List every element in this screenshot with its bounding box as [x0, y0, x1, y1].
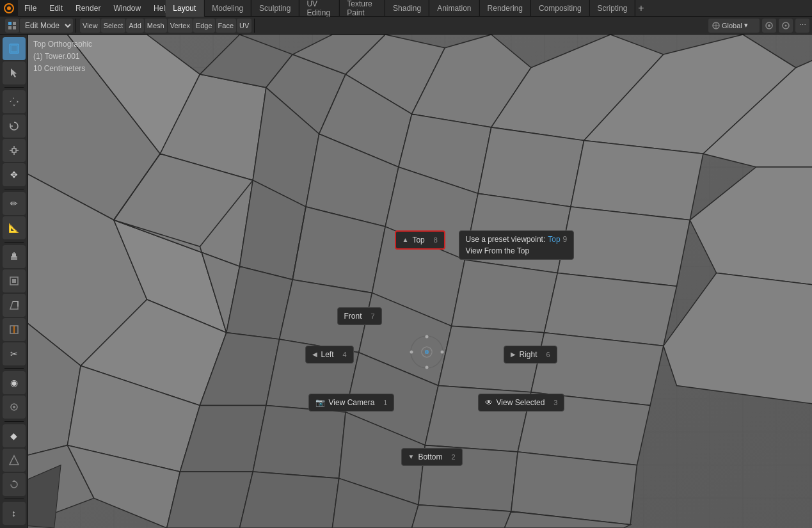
- tab-sculpting[interactable]: Sculpting: [251, 0, 299, 17]
- tool-scale[interactable]: [3, 139, 26, 162]
- tab-layout[interactable]: Layout: [165, 0, 204, 17]
- svg-rect-14: [11, 45, 17, 52]
- svg-rect-24: [12, 279, 16, 283]
- face-button[interactable]: Face: [216, 19, 236, 33]
- svg-rect-5: [13, 26, 16, 29]
- menu-window[interactable]: Window: [107, 0, 147, 17]
- svg-point-12: [785, 24, 787, 26]
- svg-rect-15: [12, 148, 16, 152]
- tab-uv-editing[interactable]: UV Editing: [299, 0, 339, 17]
- pie-item-right[interactable]: ▶ Right 6: [504, 346, 557, 364]
- tool-measure[interactable]: 📐: [3, 216, 26, 239]
- tab-shading[interactable]: Shading: [385, 0, 429, 17]
- tooltip-top-link[interactable]: Top: [548, 235, 560, 244]
- toolbar-separator-5: [4, 421, 24, 422]
- tooltip-view-from-top: View From the Top: [466, 246, 568, 255]
- header-nav-group: View Select Add Mesh Vertex Edge Face UV: [77, 19, 255, 33]
- main-area: ✥ ✏ 📐: [0, 35, 812, 528]
- tool-annotate[interactable]: ✏: [3, 192, 26, 215]
- app-logo: [0, 0, 18, 17]
- tool-select[interactable]: [3, 37, 26, 60]
- tool-spin[interactable]: [3, 473, 26, 496]
- pie-item-top[interactable]: ▲ Top 8: [395, 230, 445, 250]
- top-menu-bar: File Edit Render Window Help Layout Mode…: [0, 0, 812, 17]
- tab-rendering[interactable]: Rendering: [480, 0, 531, 17]
- tab-animation[interactable]: Animation: [429, 0, 479, 17]
- svg-point-133: [425, 335, 428, 338]
- workspace-tabs: Layout Modeling Sculpting UV Editing Tex…: [165, 0, 646, 17]
- tool-move[interactable]: [3, 90, 26, 113]
- svg-marker-89: [167, 472, 253, 528]
- tool-inset[interactable]: [3, 269, 26, 292]
- toolbar-separator-1: [4, 87, 24, 88]
- tab-texture-paint[interactable]: Texture Paint: [339, 0, 385, 17]
- menu-render[interactable]: Render: [69, 0, 107, 17]
- svg-rect-21: [12, 253, 16, 257]
- header-right: Global ▾ ⋯: [708, 19, 809, 33]
- menu-edit[interactable]: Edit: [43, 0, 69, 17]
- toolbar-separator-6: [4, 499, 24, 499]
- mode-group: Edit Mode: [3, 19, 76, 33]
- pie-item-view-camera[interactable]: 📷 View Camera 1: [308, 394, 395, 412]
- svg-point-134: [425, 365, 428, 369]
- menu-file[interactable]: File: [18, 0, 43, 17]
- svg-rect-4: [8, 26, 12, 29]
- pie-tooltip: Use a preset viewpoint: Top 9 View From …: [459, 230, 575, 260]
- svg-marker-108: [478, 127, 584, 207]
- tab-compositing[interactable]: Compositing: [531, 0, 590, 17]
- toolbar-separator-4: [4, 368, 24, 369]
- uv-button[interactable]: UV: [237, 19, 251, 33]
- pie-item-view-selected[interactable]: 👁 View Selected 3: [478, 394, 565, 412]
- svg-point-135: [410, 350, 413, 353]
- tool-smooth[interactable]: ◉: [3, 371, 26, 394]
- viewport[interactable]: Top Orthographic (1) Tower.001 10 Centim…: [28, 35, 812, 528]
- tooltip-preset-line: Use a preset viewpoint: Top 9: [466, 235, 568, 244]
- mesh-button[interactable]: Mesh: [145, 19, 167, 33]
- left-toolbar: ✥ ✏ 📐: [0, 35, 28, 528]
- pie-item-bottom[interactable]: ▼ Bottom 2: [401, 448, 463, 466]
- proportional-button[interactable]: [779, 19, 793, 33]
- svg-marker-116: [571, 141, 703, 220]
- svg-marker-110: [452, 260, 558, 333]
- svg-marker-97: [253, 406, 346, 479]
- transform-space-dropdown[interactable]: Global ▾: [708, 19, 760, 33]
- tool-rip[interactable]: [3, 449, 26, 472]
- svg-point-10: [768, 24, 770, 27]
- tool-loop-cut[interactable]: [3, 318, 26, 341]
- tool-bevel[interactable]: [3, 294, 26, 317]
- select-button[interactable]: Select: [101, 19, 126, 33]
- pie-item-front[interactable]: Front 7: [337, 307, 382, 325]
- tool-extrude[interactable]: [3, 245, 26, 268]
- tab-scripting[interactable]: Scripting: [590, 0, 636, 17]
- svg-marker-117: [557, 207, 690, 286]
- tab-modeling[interactable]: Modeling: [204, 0, 251, 17]
- pie-item-left[interactable]: ◀ Left 4: [305, 346, 354, 364]
- svg-marker-30: [12, 480, 16, 482]
- mode-icon[interactable]: [5, 19, 19, 33]
- extra-button[interactable]: ⋯: [795, 19, 809, 33]
- tool-knife[interactable]: ✂: [3, 342, 26, 365]
- nav-gizmo[interactable]: [408, 333, 446, 371]
- add-button[interactable]: Add: [126, 19, 144, 33]
- svg-point-28: [13, 406, 15, 408]
- view-button[interactable]: View: [80, 19, 100, 33]
- vertex-button[interactable]: Vertex: [168, 19, 193, 33]
- tool-shrink-fatten[interactable]: [3, 396, 26, 419]
- svg-marker-29: [10, 456, 19, 465]
- svg-point-1: [7, 6, 11, 10]
- svg-rect-2: [8, 22, 12, 25]
- svg-marker-98: [239, 472, 338, 528]
- snap-button[interactable]: [762, 19, 776, 33]
- svg-rect-3: [13, 22, 16, 25]
- header-toolbar: Edit Mode View Select Add Mesh Vertex Ed…: [0, 17, 812, 35]
- tool-move-bottom[interactable]: ↕: [3, 502, 26, 525]
- tool-rotate[interactable]: [3, 115, 26, 138]
- mode-select[interactable]: Edit Mode: [20, 19, 73, 33]
- tool-cursor[interactable]: [3, 61, 26, 84]
- edge-button[interactable]: Edge: [193, 19, 215, 33]
- tool-transform[interactable]: ✥: [3, 163, 26, 186]
- svg-point-136: [440, 350, 443, 353]
- add-workspace-button[interactable]: +: [635, 0, 646, 17]
- tool-shear[interactable]: ◆: [3, 424, 26, 447]
- toolbar-separator-3: [4, 242, 24, 243]
